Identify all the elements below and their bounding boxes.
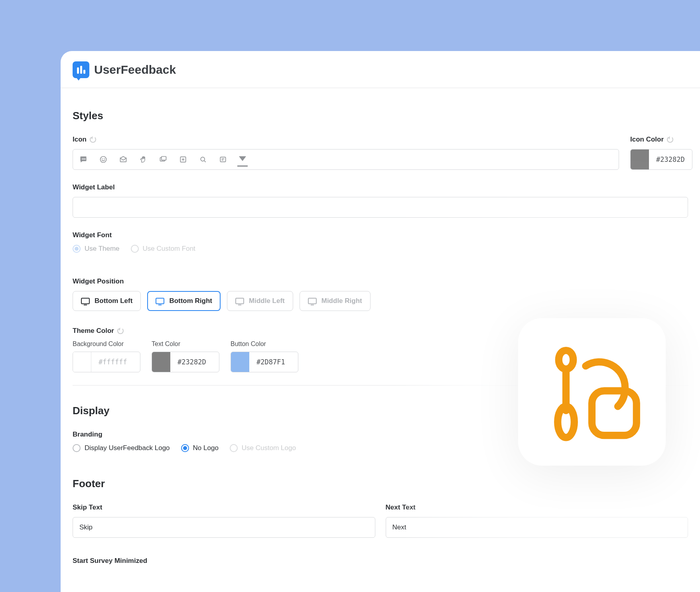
skip-text-input[interactable] [73,517,375,538]
radio-display-logo[interactable]: Display UserFeedback Logo [73,444,170,452]
button-color-swatch[interactable] [231,352,249,372]
icon-option-smile-icon[interactable] [99,155,107,163]
decorative-brush-card-icon [518,318,666,466]
icon-option-cards-icon[interactable] [159,155,167,163]
next-text-input[interactable] [386,517,688,538]
radio-custom-logo[interactable]: Use Custom Logo [230,444,296,452]
section-title-footer: Footer [73,478,688,490]
widget-label-input[interactable] [73,197,688,218]
label-icon-color: Icon Color [630,136,692,144]
widget-position-options: Bottom Left Bottom Right Middle Left Mid… [73,291,688,311]
background-color-swatch[interactable] [73,352,91,372]
icon-option-note-icon[interactable] [219,155,227,163]
label-button-color: Button Color [231,340,298,348]
svg-rect-9 [592,391,637,435]
svg-point-0 [101,157,106,163]
radio-use-custom-font[interactable]: Use Custom Font [131,245,195,253]
widget-font-options: Use Theme Use Custom Font [73,245,688,253]
reset-icon[interactable] [667,136,673,143]
text-color-input[interactable]: #23282D [152,352,219,372]
icon-option-search-icon[interactable] [199,155,207,163]
icon-option-hand-icon[interactable] [139,155,147,163]
label-text-color: Text Color [152,340,219,348]
radio-no-logo[interactable]: No Logo [181,444,219,452]
label-widget-font: Widget Font [73,231,688,239]
reset-icon[interactable] [90,136,96,143]
label-widget-position: Widget Position [73,277,688,285]
background-color-input[interactable]: #ffffff [73,352,140,372]
label-next-text: Next Text [386,503,688,511]
brand-name: UserFeedback [94,63,176,77]
position-bottom-left[interactable]: Bottom Left [73,291,141,311]
svg-point-2 [104,158,105,159]
settings-panel: UserFeedback Styles Icon [61,51,700,592]
svg-point-6 [201,157,205,161]
section-title-styles: Styles [73,110,688,122]
label-icon: Icon [73,136,619,144]
svg-rect-4 [162,157,166,160]
brand-logo-icon [73,61,89,78]
icon-option-more-icon[interactable] [239,156,246,163]
icon-color-input[interactable]: #23282D [630,149,692,170]
reset-icon[interactable] [117,328,124,334]
icon-picker [73,149,619,170]
position-bottom-right[interactable]: Bottom Right [147,291,221,311]
label-skip-text: Skip Text [73,503,375,511]
text-color-swatch[interactable] [152,352,170,372]
icon-option-badge-icon[interactable] [179,155,187,163]
position-middle-right: Middle Right [300,291,371,311]
label-background-color: Background Color [73,340,140,348]
icon-option-chat-icon[interactable] [79,155,87,163]
position-middle-left: Middle Left [227,291,293,311]
icon-color-swatch[interactable] [631,149,649,169]
app-header: UserFeedback [61,51,700,88]
svg-rect-7 [220,157,225,162]
button-color-input[interactable]: #2D87F1 [231,352,298,372]
svg-point-1 [102,158,103,159]
icon-option-inbox-icon[interactable] [119,155,127,163]
label-widget-label: Widget Label [73,183,688,191]
radio-use-theme[interactable]: Use Theme [73,245,120,253]
label-start-minimized: Start Survey Minimized [73,557,688,565]
